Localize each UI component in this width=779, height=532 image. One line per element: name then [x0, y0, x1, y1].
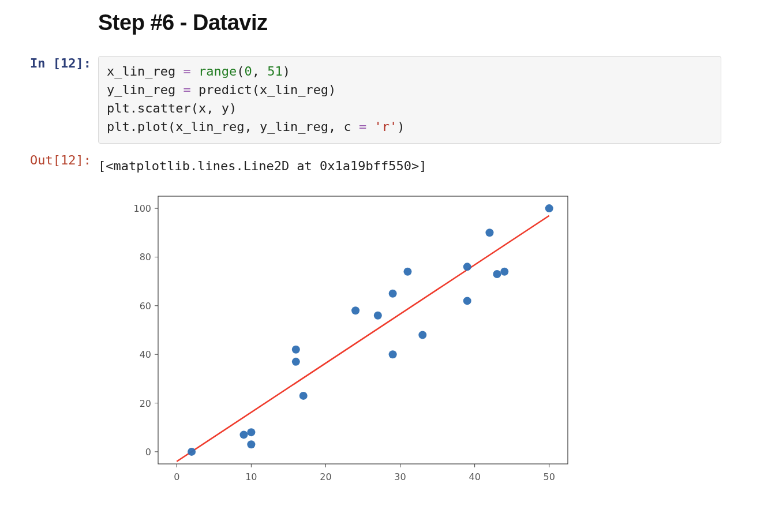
scatter-point	[403, 267, 411, 275]
scatter-point	[292, 357, 300, 365]
scatter-point	[188, 447, 196, 455]
svg-rect-0	[158, 196, 568, 464]
scatter-chart: 01020304050020406080100	[118, 188, 579, 494]
notebook-page: Step #6 - Dataviz In [12]: x_lin_reg = r…	[0, 0, 779, 532]
scatter-point	[389, 350, 397, 358]
scatter-point	[463, 263, 471, 271]
scatter-point	[485, 228, 493, 237]
y-tick-label: 0	[145, 446, 151, 457]
input-cell-content: x_lin_reg = range(0, 51) y_lin_reg = pre…	[98, 56, 779, 144]
y-tick-label: 80	[140, 252, 151, 263]
y-tick-label: 20	[140, 398, 151, 409]
y-tick-label: 100	[133, 203, 151, 214]
code-cell[interactable]: x_lin_reg = range(0, 51) y_lin_reg = pre…	[98, 56, 721, 144]
x-tick-label: 40	[469, 471, 480, 482]
scatter-point	[351, 306, 359, 314]
heading-row: Step #6 - Dataviz	[0, 10, 779, 51]
scatter-point	[239, 430, 248, 439]
scatter-point	[247, 428, 255, 436]
scatter-point	[463, 297, 471, 305]
regression-line	[177, 215, 549, 461]
output-cell-row: Out[12]: [<matplotlib.lines.Line2D at 0x…	[0, 153, 779, 494]
in-prompt: In [12]:	[0, 56, 98, 70]
scatter-point	[493, 270, 501, 278]
output-text: [<matplotlib.lines.Line2D at 0x1a19bff55…	[98, 159, 744, 173]
y-tick-label: 40	[140, 349, 151, 360]
x-tick-label: 20	[320, 471, 331, 482]
scatter-point	[374, 311, 382, 319]
scatter-point	[500, 267, 508, 275]
out-prompt: Out[12]:	[0, 153, 98, 167]
scatter-point	[292, 345, 300, 353]
scatter-point	[247, 440, 255, 448]
y-tick-label: 60	[140, 300, 151, 311]
x-tick-label: 0	[174, 471, 179, 482]
section-heading: Step #6 - Dataviz	[98, 10, 744, 35]
input-cell-row: In [12]: x_lin_reg = range(0, 51) y_lin_…	[0, 56, 779, 144]
output-cell-content: [<matplotlib.lines.Line2D at 0x1a19bff55…	[98, 153, 779, 494]
scatter-point	[545, 204, 553, 212]
x-tick-label: 10	[245, 471, 257, 482]
x-tick-label: 50	[544, 471, 555, 482]
x-tick-label: 30	[394, 471, 406, 482]
chart-wrapper: 01020304050020406080100	[118, 188, 744, 494]
scatter-point	[299, 391, 308, 399]
heading-content: Step #6 - Dataviz	[98, 10, 779, 51]
scatter-point	[389, 289, 397, 297]
scatter-point	[418, 331, 426, 339]
